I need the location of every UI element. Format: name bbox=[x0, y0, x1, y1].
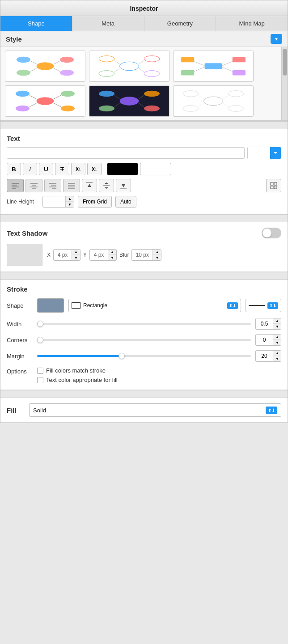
line-height-down[interactable]: ▼ bbox=[66, 202, 74, 207]
style-thumbnails-area bbox=[0, 47, 288, 121]
width-value-input[interactable] bbox=[256, 318, 273, 329]
line-height-stepper: ▲ ▼ bbox=[65, 196, 74, 207]
style-thumbnail-1[interactable] bbox=[5, 51, 85, 82]
svg-rect-22 bbox=[181, 57, 194, 63]
stroke-section: Stroke Shape Rectangle ⬆⬇ ⬆⬇ Width bbox=[0, 280, 288, 390]
svg-rect-25 bbox=[233, 70, 246, 76]
valign-middle-button[interactable] bbox=[99, 179, 114, 192]
line-height-input[interactable] bbox=[43, 196, 65, 207]
fill-match-stroke-row: Fill colors match stroke bbox=[37, 367, 118, 374]
svg-marker-80 bbox=[105, 187, 108, 189]
style-thumbnail-2[interactable] bbox=[89, 51, 169, 82]
valign-top-button[interactable] bbox=[82, 179, 97, 192]
underline-button[interactable]: U bbox=[39, 163, 53, 175]
blur-down[interactable]: ▼ bbox=[153, 255, 161, 260]
width-up[interactable]: ▲ bbox=[273, 318, 281, 324]
shape-dropdown-arrows: ⬆⬇ bbox=[227, 302, 238, 309]
style-thumbnail-4[interactable] bbox=[5, 85, 85, 117]
blur-input[interactable] bbox=[132, 250, 152, 260]
text-shadow-toggle[interactable] bbox=[262, 228, 281, 238]
shape-type-dropdown[interactable]: Rectangle ⬆⬇ bbox=[68, 299, 241, 312]
superscript-button[interactable]: X1 bbox=[71, 163, 85, 175]
svg-point-31 bbox=[37, 97, 54, 105]
width-value-wrap: ▲ ▼ bbox=[255, 318, 281, 330]
svg-rect-85 bbox=[271, 186, 273, 189]
auto-button[interactable]: Auto bbox=[115, 196, 136, 208]
bold-button[interactable]: B bbox=[7, 163, 21, 175]
style-thumbnail-6[interactable] bbox=[173, 85, 254, 117]
width-down[interactable]: ▼ bbox=[273, 324, 281, 329]
grid-layout-button[interactable] bbox=[266, 179, 281, 192]
style-thumbnail-3[interactable] bbox=[173, 51, 254, 82]
align-right-button[interactable] bbox=[44, 179, 61, 192]
thumbnail-row-1 bbox=[5, 51, 277, 82]
margin-slider[interactable] bbox=[37, 355, 251, 357]
shadow-y-down[interactable]: ▼ bbox=[108, 255, 116, 260]
text-color-fill-checkbox[interactable] bbox=[37, 377, 43, 383]
from-grid-button[interactable]: From Grid bbox=[78, 196, 112, 208]
shadow-title: Text Shadow bbox=[7, 229, 47, 237]
corners-slider[interactable] bbox=[37, 339, 251, 341]
margin-down[interactable]: ▼ bbox=[273, 356, 281, 361]
text-bg-color-swatch[interactable] bbox=[140, 163, 171, 175]
text-section: Text B I U T X1 X1 bbox=[0, 129, 288, 214]
font-size-input[interactable] bbox=[248, 148, 270, 158]
divider-2 bbox=[0, 214, 288, 222]
svg-point-41 bbox=[120, 97, 139, 105]
align-justify-button[interactable] bbox=[63, 179, 80, 192]
tab-geometry[interactable]: Geometry bbox=[144, 16, 216, 31]
shadow-y-input[interactable] bbox=[90, 250, 108, 260]
tab-mindmap[interactable]: Mind Map bbox=[216, 16, 288, 31]
shadow-y-stepper: ▲ ▼ bbox=[108, 250, 116, 260]
inspector-panel: Inspector Shape Meta Geometry Mind Map S… bbox=[0, 0, 288, 423]
style-thumbnail-5[interactable] bbox=[89, 85, 169, 117]
line-height-up[interactable]: ▲ bbox=[66, 196, 74, 202]
fill-match-stroke-checkbox[interactable] bbox=[37, 368, 43, 374]
divider-3 bbox=[0, 272, 288, 280]
shadow-x-down[interactable]: ▼ bbox=[72, 255, 80, 260]
corners-up[interactable]: ▲ bbox=[273, 335, 281, 340]
fill-type-dropdown[interactable]: Solid ⬆⬇ bbox=[29, 403, 281, 417]
align-left-button[interactable] bbox=[7, 179, 24, 192]
tab-meta[interactable]: Meta bbox=[72, 16, 144, 31]
corners-value-wrap: ▲ ▼ bbox=[255, 334, 281, 346]
style-more-button[interactable]: ▾ bbox=[271, 34, 282, 44]
svg-point-32 bbox=[16, 91, 30, 97]
margin-up[interactable]: ▲ bbox=[273, 351, 281, 356]
corners-down[interactable]: ▼ bbox=[273, 340, 281, 345]
tab-bar: Shape Meta Geometry Mind Map bbox=[0, 16, 288, 31]
shadow-x-up[interactable]: ▲ bbox=[72, 250, 80, 255]
shadow-x-input[interactable] bbox=[54, 250, 72, 260]
margin-value-input[interactable] bbox=[256, 351, 273, 361]
alignment-row bbox=[7, 179, 281, 192]
svg-marker-77 bbox=[88, 184, 91, 187]
line-style-dropdown[interactable]: ⬆⬇ bbox=[246, 299, 281, 312]
title-label: Inspector bbox=[130, 5, 158, 12]
align-center-button[interactable] bbox=[25, 179, 42, 192]
stroke-color-swatch[interactable] bbox=[37, 298, 64, 313]
shadow-preview bbox=[7, 244, 42, 266]
shadow-y-up[interactable]: ▲ bbox=[108, 250, 116, 255]
line-height-input-wrap: ▲ ▼ bbox=[42, 196, 74, 208]
font-name-input[interactable] bbox=[7, 147, 245, 159]
scrollbar[interactable] bbox=[281, 47, 288, 120]
italic-button[interactable]: I bbox=[23, 163, 37, 175]
shape-rect-icon bbox=[72, 302, 80, 309]
strikethrough-button[interactable]: T bbox=[55, 163, 69, 175]
blur-up[interactable]: ▲ bbox=[153, 250, 161, 255]
svg-marker-82 bbox=[122, 184, 125, 187]
svg-rect-21 bbox=[205, 63, 222, 69]
corners-slider-row: Corners ▲ ▼ bbox=[7, 334, 281, 346]
corners-value-input[interactable] bbox=[256, 335, 273, 345]
margin-label: Margin bbox=[7, 353, 33, 360]
valign-bottom-button[interactable] bbox=[116, 179, 131, 192]
shape-type-label: Rectangle bbox=[83, 302, 224, 309]
font-size-dropdown-btn[interactable] bbox=[270, 147, 281, 159]
divider-1 bbox=[0, 121, 288, 129]
tab-shape[interactable]: Shape bbox=[0, 16, 72, 31]
subscript-button[interactable]: X1 bbox=[87, 163, 102, 175]
text-color-swatch[interactable] bbox=[107, 163, 138, 175]
svg-rect-86 bbox=[274, 186, 277, 189]
width-slider[interactable] bbox=[37, 323, 251, 325]
width-stepper: ▲ ▼ bbox=[273, 318, 281, 329]
